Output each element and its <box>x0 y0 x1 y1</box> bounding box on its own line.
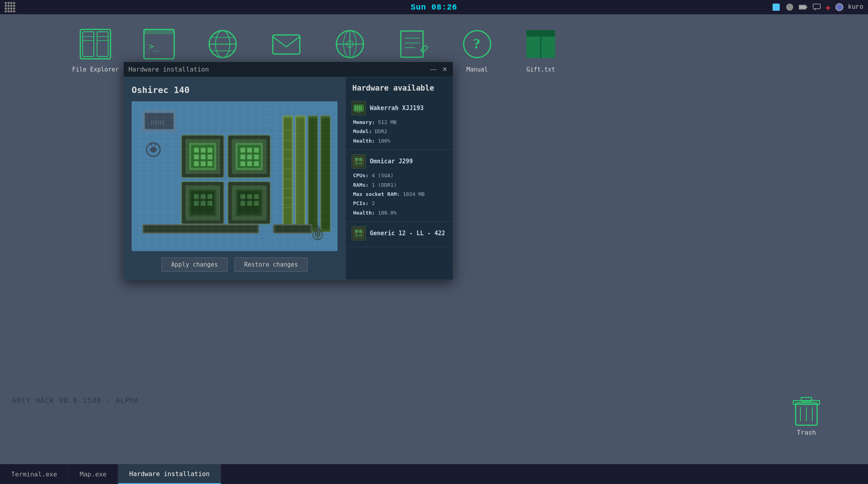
svg-rect-2 <box>799 6 806 9</box>
svg-rect-123 <box>359 158 362 161</box>
svg-rect-3 <box>813 4 820 9</box>
action-buttons: Apply changes Restore changes <box>132 257 338 272</box>
window-minimize-button[interactable]: — <box>430 66 437 73</box>
motherboard-visualization: |||||| <box>132 101 338 251</box>
file-explorer-icon <box>78 26 113 62</box>
hardware-available-title: Hardware available <box>346 77 453 95</box>
svg-rect-126 <box>354 161 355 161</box>
hardware-item-name-1: Omnicar J299 <box>370 158 413 165</box>
username-display: kuro <box>848 4 863 11</box>
trash-label: Trash <box>797 429 816 436</box>
hardware-item-name-2: Generic 12 - LL - 422 <box>370 230 445 237</box>
svg-rect-124 <box>355 162 358 165</box>
mail-icon <box>268 26 304 62</box>
svg-rect-12 <box>144 29 174 34</box>
left-panel: Oshirec 140 |||||| <box>124 77 346 280</box>
taskbar: Terminal.exe Map.exe Hardware installati… <box>0 464 868 484</box>
trash-can-icon <box>792 396 820 426</box>
datetime-display: Sun 08:26 <box>411 3 457 12</box>
svg-rect-25 <box>401 31 423 57</box>
map-icon <box>205 26 241 62</box>
svg-rect-1 <box>806 6 807 8</box>
mb-grid-bg <box>132 101 338 251</box>
motherboard-icon-2 <box>351 226 366 240</box>
right-panel: Hardware available <box>346 77 453 280</box>
browser-icon <box>332 26 368 62</box>
desktop-watermark: GREY HACK V0.6.1548 - ALPHA <box>12 396 139 405</box>
ram-icon <box>351 101 366 115</box>
desktop-icon-file-explorer[interactable]: File Explorer <box>64 26 127 73</box>
svg-rect-6 <box>97 32 108 56</box>
window-close-button[interactable]: ✕ <box>441 66 448 73</box>
svg-rect-120 <box>359 111 360 113</box>
restore-changes-button[interactable]: Restore changes <box>234 257 308 272</box>
hardware-list: Wakerrah XJJ193 Memory: 512 MB Model: DD… <box>346 95 453 280</box>
hw-detail-row: Health: 100.0% <box>353 208 447 217</box>
svg-rect-130 <box>359 230 362 233</box>
svg-rect-19 <box>273 35 300 54</box>
file-explorer-label: File Explorer <box>72 66 118 73</box>
svg-rect-116 <box>357 106 358 110</box>
hw-detail-row: Model: DDR2 <box>353 127 447 136</box>
tray-chat-icon[interactable] <box>812 3 821 12</box>
svg-rect-115 <box>355 106 356 110</box>
hw-detail-row: Memory: 512 MB <box>353 118 447 127</box>
svg-rect-119 <box>357 111 358 113</box>
hardware-installation-window: Hardware installation — ✕ Oshirec 140 ||… <box>123 62 453 280</box>
hardware-item-details-1: CPUs: 4 (SGA) RAMs: 1 (DDR1) Max socket … <box>351 171 447 217</box>
manual-icon: ? <box>459 26 495 62</box>
svg-rect-129 <box>355 230 358 233</box>
window-titlebar: Hardware installation — ✕ <box>124 62 453 77</box>
computer-name: Oshirec 140 <box>132 85 338 95</box>
terminal-icon: >_ <box>141 26 177 62</box>
taskbar-item-terminal[interactable]: Terminal.exe <box>0 464 69 484</box>
window-body: Oshirec 140 |||||| <box>124 77 453 280</box>
svg-rect-4 <box>80 29 111 59</box>
top-bar-left <box>5 2 15 12</box>
hw-detail-row: Health: 100% <box>353 136 447 145</box>
desktop-icon-gift[interactable]: Gift.txt <box>509 26 573 73</box>
taskbar-item-map[interactable]: Map.exe <box>69 464 118 484</box>
hardware-item-0[interactable]: Wakerrah XJJ193 Memory: 512 MB Model: DD… <box>346 97 453 150</box>
svg-rect-131 <box>355 234 358 237</box>
hardware-item-2[interactable]: Generic 12 - LL - 422 <box>346 222 453 247</box>
svg-rect-132 <box>359 234 362 237</box>
svg-rect-118 <box>361 106 362 110</box>
apps-grid-icon[interactable] <box>5 2 15 12</box>
hardware-item-header-2: Generic 12 - LL - 422 <box>351 226 447 240</box>
svg-rect-125 <box>359 162 362 165</box>
svg-rect-127 <box>362 161 363 161</box>
hardware-item-name-0: Wakerrah XJJ193 <box>370 105 423 112</box>
manual-label: Manual <box>466 66 488 73</box>
motherboard-icon <box>351 154 366 168</box>
svg-rect-134 <box>362 232 363 233</box>
notepad-icon <box>396 26 431 62</box>
gift-label: Gift.txt <box>526 66 555 73</box>
hw-detail-row: PCIs: 2 <box>353 199 447 208</box>
system-tray: ✚ kuro <box>772 2 863 12</box>
hw-detail-row: Max socket RAM: 1024 MB <box>353 190 447 199</box>
svg-rect-117 <box>359 106 360 110</box>
top-bar: Sun 08:26 ✚ kuro <box>0 0 868 14</box>
trash-icon-desktop[interactable]: Trash <box>792 396 820 436</box>
tray-plus-icon[interactable]: ✚ <box>826 2 831 12</box>
hardware-item-1[interactable]: Omnicar J299 CPUs: 4 (SGA) RAMs: 1 (DDR1… <box>346 150 453 222</box>
user-avatar[interactable] <box>835 3 843 11</box>
hw-detail-row: RAMs: 1 (DDR1) <box>353 180 447 190</box>
apply-changes-button[interactable]: Apply changes <box>161 257 228 272</box>
svg-text:?: ? <box>473 36 480 52</box>
svg-rect-5 <box>83 32 94 56</box>
hardware-item-details-0: Memory: 512 MB Model: DDR2 Health: 100% <box>351 118 447 145</box>
taskbar-item-hardware[interactable]: Hardware installation <box>118 464 221 484</box>
window-controls: — ✕ <box>430 66 448 73</box>
hardware-item-header-0: Wakerrah XJJ193 <box>351 101 447 115</box>
tray-battery-icon[interactable] <box>799 3 808 12</box>
svg-text:>_: >_ <box>149 41 159 51</box>
gift-icon <box>523 26 559 62</box>
tray-circle-icon[interactable] <box>785 3 794 12</box>
desktop-icon-manual[interactable]: ? Manual <box>445 26 509 73</box>
svg-rect-133 <box>354 232 355 233</box>
svg-rect-122 <box>355 158 358 161</box>
hw-detail-row: CPUs: 4 (SGA) <box>353 171 447 180</box>
tray-color-icon[interactable] <box>772 3 781 12</box>
